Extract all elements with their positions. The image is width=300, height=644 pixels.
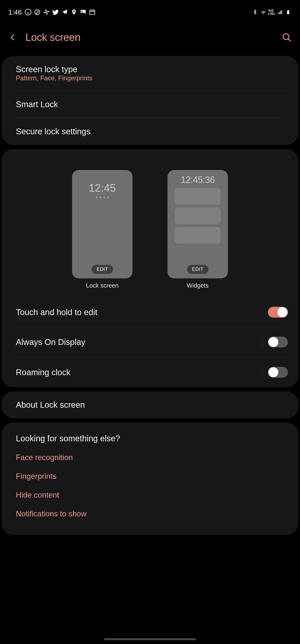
toggle-switch[interactable]: [268, 307, 288, 318]
item-always-on-display[interactable]: Always On Display: [2, 327, 298, 357]
item-title: About Lock screen: [16, 400, 85, 410]
widget-placeholder: [175, 227, 221, 244]
svg-rect-9: [288, 10, 289, 11]
toggle-title: Always On Display: [16, 338, 85, 347]
preview-section: 12:45 EDIT Lock screen 12:45:36 EDIT Wid…: [2, 149, 298, 298]
phone-mock-lock: 12:45 EDIT: [72, 170, 132, 278]
preview-label: Widgets: [187, 282, 209, 289]
toggle-separator: [262, 336, 262, 348]
item-title: Secure lock settings: [16, 127, 90, 136]
signal-icon: [276, 8, 283, 16]
navigation-handle[interactable]: [104, 638, 196, 640]
item-smart-lock[interactable]: Smart Lock: [2, 91, 298, 118]
group-looking-else: Looking for something else? Face recogni…: [2, 422, 298, 535]
gallery-icon: [80, 8, 87, 16]
toggle-switch[interactable]: [268, 367, 288, 378]
calendar-icon: [89, 8, 96, 16]
svg-point-0: [25, 9, 31, 15]
toggle-title: Roaming clock: [16, 368, 70, 377]
svg-point-1: [35, 10, 40, 14]
search-icon[interactable]: [282, 32, 292, 42]
item-subtitle: Pattern, Face, Fingerprints: [16, 74, 92, 82]
item-roaming-clock[interactable]: Roaming clock: [2, 357, 298, 387]
svg-rect-4: [90, 10, 95, 14]
item-screen-lock-type[interactable]: Screen lock type Pattern, Face, Fingerpr…: [2, 56, 298, 91]
widget-placeholder: [175, 188, 221, 204]
widget-placeholder: [175, 208, 221, 224]
link-hide-content[interactable]: Hide content: [16, 491, 284, 500]
status-time: 1:46: [8, 8, 22, 16]
link-notifications-to-show[interactable]: Notifications to show: [16, 510, 284, 518]
battery-icon: [285, 8, 292, 16]
svg-line-11: [288, 39, 291, 41]
item-secure-lock-settings[interactable]: Secure lock settings: [2, 118, 298, 145]
edit-button[interactable]: EDIT: [92, 265, 113, 274]
edit-button[interactable]: EDIT: [187, 265, 208, 274]
telegram-icon: [61, 8, 68, 16]
header: Lock screen: [0, 21, 300, 52]
status-left: 1:46: [8, 8, 96, 16]
footer-title: Looking for something else?: [16, 434, 284, 443]
status-right: Vo))LTE1: [252, 8, 292, 16]
link-face-recognition[interactable]: Face recognition: [16, 453, 284, 462]
phone-mock-widgets: 12:45:36 EDIT: [168, 170, 228, 278]
back-icon[interactable]: [8, 33, 17, 42]
location-icon: [70, 8, 77, 16]
threads-icon: [34, 8, 41, 16]
preview-lock-screen[interactable]: 12:45 EDIT Lock screen: [72, 170, 132, 289]
svg-point-3: [81, 11, 82, 12]
whatsapp-icon: [24, 8, 32, 16]
wifi-icon: [260, 8, 267, 16]
bluetooth-icon: [252, 8, 259, 16]
link-fingerprints[interactable]: Fingerprints: [16, 472, 284, 481]
item-title: Smart Lock: [16, 100, 58, 109]
pinwheel-icon: [43, 8, 50, 16]
preview-time: 12:45: [89, 182, 116, 194]
toggle-switch[interactable]: [268, 336, 288, 348]
toggle-separator: [262, 366, 262, 378]
volte-icon: Vo))LTE1: [268, 8, 275, 16]
item-title: Screen lock type: [16, 65, 92, 74]
svg-rect-8: [287, 10, 289, 14]
preview-label: Lock screen: [86, 282, 119, 289]
status-bar: 1:46 Vo))LTE1: [0, 0, 300, 21]
twitter-icon: [52, 8, 59, 16]
group-lock-settings: Screen lock type Pattern, Face, Fingerpr…: [2, 56, 298, 145]
item-about-lock-screen[interactable]: About Lock screen: [2, 392, 298, 418]
group-display-settings: 12:45 EDIT Lock screen 12:45:36 EDIT Wid…: [2, 149, 298, 387]
toggle-title: Touch and hold to edit: [16, 308, 97, 317]
item-touch-hold-edit[interactable]: Touch and hold to edit: [2, 298, 298, 327]
header-left: Lock screen: [8, 31, 80, 44]
page-title: Lock screen: [25, 31, 80, 44]
group-about: About Lock screen: [2, 392, 298, 418]
preview-widgets[interactable]: 12:45:36 EDIT Widgets: [168, 170, 228, 289]
preview-time: 12:45:36: [181, 174, 215, 185]
pin-dots: [96, 197, 109, 198]
